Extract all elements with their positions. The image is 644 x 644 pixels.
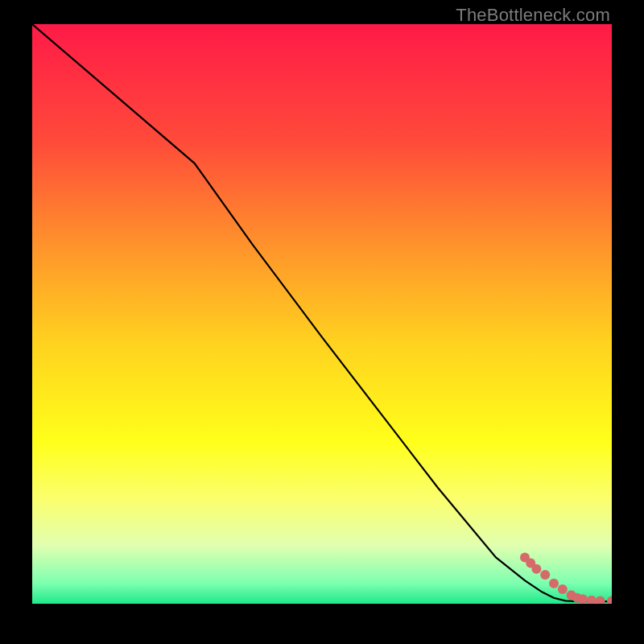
tail-marker (549, 579, 559, 588)
tail-marker (531, 564, 541, 574)
tail-marker (578, 594, 588, 604)
chart-stage: TheBottleneck.com (0, 0, 644, 644)
tail-marker (558, 584, 568, 594)
plot-svg (32, 24, 612, 604)
plot-area (32, 24, 612, 604)
tail-marker (540, 570, 550, 580)
watermark-text: TheBottleneck.com (456, 5, 610, 26)
gradient-background (32, 24, 612, 604)
